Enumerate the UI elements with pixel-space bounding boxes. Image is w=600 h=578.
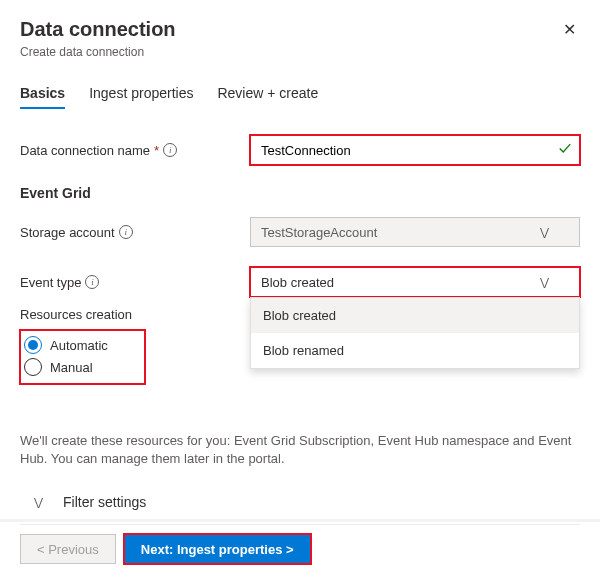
radio-automatic[interactable]: Automatic xyxy=(24,336,141,354)
event-type-value: Blob created xyxy=(261,275,334,290)
info-icon[interactable]: i xyxy=(163,143,177,157)
dropdown-item-blob-created[interactable]: Blob created xyxy=(251,298,579,333)
info-icon[interactable]: i xyxy=(85,275,99,289)
event-type-label-text: Event type xyxy=(20,275,81,290)
radio-manual[interactable]: Manual xyxy=(24,358,141,376)
page-subtitle: Create data connection xyxy=(20,45,176,59)
event-grid-heading: Event Grid xyxy=(20,185,580,201)
radio-automatic-label: Automatic xyxy=(50,338,108,353)
radio-manual-label: Manual xyxy=(50,360,93,375)
radio-circle-icon xyxy=(24,336,42,354)
connection-name-input[interactable] xyxy=(250,135,580,165)
radio-circle-icon xyxy=(24,358,42,376)
resources-description: We'll create these resources for you: Ev… xyxy=(20,432,580,468)
tab-basics[interactable]: Basics xyxy=(20,85,65,109)
check-icon xyxy=(558,142,572,159)
storage-account-select[interactable]: TestStorageAccount ⋁ xyxy=(250,217,580,247)
previous-button[interactable]: < Previous xyxy=(20,534,116,564)
chevron-down-icon: ⋁ xyxy=(540,226,549,239)
info-icon[interactable]: i xyxy=(119,225,133,239)
chevron-down-icon: ⋁ xyxy=(34,496,43,509)
tab-ingest-properties[interactable]: Ingest properties xyxy=(89,85,193,109)
connection-name-label: Data connection name * i xyxy=(20,143,250,158)
footer-separator xyxy=(0,519,600,522)
storage-account-value: TestStorageAccount xyxy=(261,225,377,240)
tab-review-create[interactable]: Review + create xyxy=(217,85,318,109)
next-button[interactable]: Next: Ingest properties > xyxy=(124,534,311,564)
event-type-select[interactable]: Blob created ⋁ xyxy=(250,267,580,297)
storage-account-label-text: Storage account xyxy=(20,225,115,240)
required-mark: * xyxy=(154,143,159,158)
event-type-dropdown: Blob created Blob renamed xyxy=(250,297,580,369)
dropdown-item-blob-renamed[interactable]: Blob renamed xyxy=(251,333,579,368)
tabs: Basics Ingest properties Review + create xyxy=(20,85,580,109)
resources-creation-group: Automatic Manual xyxy=(20,330,145,384)
close-icon[interactable]: ✕ xyxy=(559,18,580,41)
storage-account-label: Storage account i xyxy=(20,225,250,240)
event-type-label: Event type i xyxy=(20,275,250,290)
filter-settings-label: Filter settings xyxy=(63,494,146,510)
chevron-down-icon: ⋁ xyxy=(540,276,549,289)
connection-name-label-text: Data connection name xyxy=(20,143,150,158)
page-title: Data connection xyxy=(20,18,176,41)
